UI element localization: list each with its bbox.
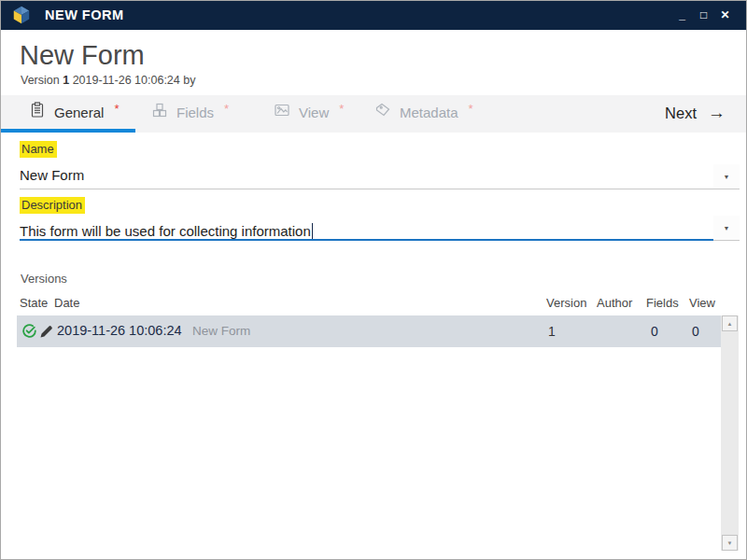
next-button-label: Next [665, 105, 697, 122]
tag-icon [374, 102, 391, 122]
scroll-down-button[interactable]: ▼ [722, 535, 738, 551]
version-by: by [183, 74, 195, 87]
column-header-view: View [689, 296, 715, 310]
column-header-state: State [20, 296, 48, 310]
name-input[interactable]: New Form [20, 167, 84, 183]
version-table-row[interactable]: 2019-11-26 10:06:24 New Form 1 0 0 [17, 315, 721, 347]
name-input-underline [20, 189, 713, 189]
clipboard-icon [29, 102, 46, 122]
version-info: Version 1 2019-11-26 10:06:24 by [21, 74, 195, 87]
maximize-button[interactable]: □ [697, 6, 711, 24]
description-input-text: This form will be used for collecting in… [20, 223, 311, 239]
name-field-label: Name [20, 141, 57, 158]
arrow-right-icon: → [708, 103, 726, 123]
triangle-down-icon: ▼ [727, 540, 733, 546]
tab-strip: General * Fields * View [1, 95, 746, 133]
name-dropdown-button[interactable]: ▼ [713, 164, 740, 189]
description-field-label: Description [20, 197, 85, 214]
minimize-button[interactable]: _ [675, 6, 689, 24]
tab-view[interactable]: View * [274, 95, 344, 129]
required-asterisk: * [469, 102, 473, 116]
column-header-author: Author [597, 296, 632, 310]
tab-view-label: View [299, 105, 329, 120]
version-datetime: 2019-11-26 10:06:24 [73, 74, 180, 87]
cubes-icon [151, 102, 168, 122]
chevron-down-icon: ▼ [724, 225, 730, 231]
row-version: 1 [548, 324, 556, 339]
row-date: 2019-11-26 10:06:24 [57, 323, 182, 338]
version-label: Version [21, 74, 60, 87]
column-header-date: Date [54, 296, 79, 310]
version-number: 1 [63, 74, 69, 87]
image-icon [274, 102, 290, 122]
required-asterisk: * [339, 102, 344, 116]
triangle-up-icon: ▲ [727, 321, 733, 327]
description-dropdown-button[interactable]: ▼ [713, 216, 740, 241]
row-fields: 0 [651, 324, 658, 339]
versions-scrollbar[interactable]: ▲ ▼ [721, 315, 739, 551]
chevron-down-icon: ▼ [724, 174, 730, 180]
column-header-fields: Fields [646, 296, 679, 310]
scroll-up-button[interactable]: ▲ [722, 315, 738, 331]
tab-general-label: General [54, 105, 104, 120]
app-window: NEW FORM _ □ ✕ New Form Version 1 2019-1… [0, 0, 747, 560]
column-header-version: Version [546, 296, 586, 310]
tab-fields[interactable]: Fields * [151, 95, 229, 129]
description-input[interactable]: This form will be used for collecting in… [20, 223, 313, 239]
tab-general[interactable]: General * [29, 95, 119, 129]
versions-section-label: Versions [21, 272, 67, 286]
row-view: 0 [692, 324, 699, 339]
text-cursor [312, 223, 313, 239]
check-circle-icon [21, 323, 37, 339]
app-logo-icon [11, 5, 32, 25]
next-button[interactable]: Next → [665, 95, 726, 131]
pencil-icon [39, 324, 54, 339]
state-icons [21, 323, 54, 339]
tab-metadata[interactable]: Metadata * [374, 95, 473, 129]
tab-metadata-label: Metadata [400, 105, 458, 120]
tab-fields-label: Fields [176, 105, 214, 120]
description-input-underline-focused [20, 239, 713, 241]
window-controls: _ □ ✕ [675, 6, 736, 24]
close-button[interactable]: ✕ [718, 6, 732, 24]
active-tab-indicator [1, 129, 135, 133]
required-asterisk: * [114, 102, 119, 116]
titlebar: NEW FORM _ □ ✕ [0, 0, 747, 30]
row-name: New Form [192, 324, 250, 338]
window-title: NEW FORM [45, 7, 124, 22]
required-asterisk: * [224, 102, 229, 116]
page-title: New Form [20, 40, 145, 71]
